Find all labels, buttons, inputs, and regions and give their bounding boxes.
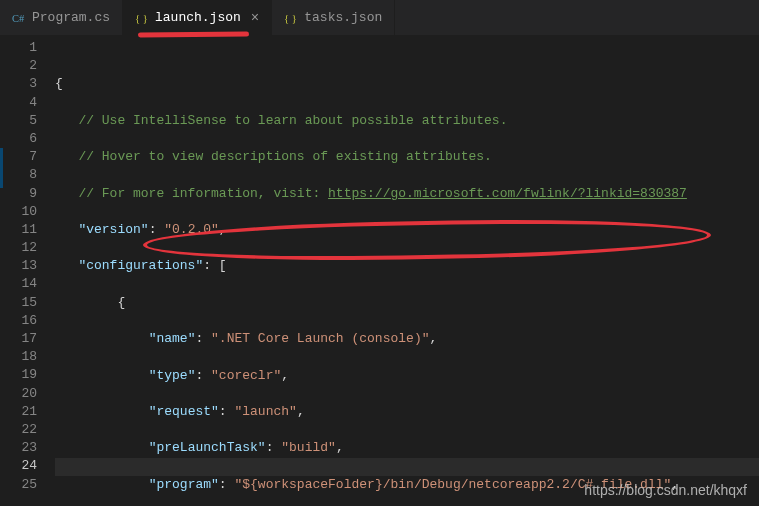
svg-text:{ }: { } (135, 12, 148, 23)
gutter-marker (0, 148, 3, 188)
csharp-icon: C# (12, 11, 26, 25)
json-icon: { } (135, 11, 149, 25)
tab-tasks-json[interactable]: { } tasks.json (272, 0, 395, 35)
json-icon: { } (284, 11, 298, 25)
editor[interactable]: 1234567891011121314151617181920212223242… (0, 35, 759, 506)
code-area[interactable]: { // Use IntelliSense to learn about pos… (55, 35, 759, 506)
tab-bar: C# Program.cs { } launch.json × { } task… (0, 0, 759, 35)
tab-label: tasks.json (304, 10, 382, 25)
tab-program-cs[interactable]: C# Program.cs (0, 0, 123, 35)
svg-text:{ }: { } (284, 12, 297, 23)
line-numbers: 1234567891011121314151617181920212223242… (0, 35, 55, 506)
close-icon[interactable]: × (247, 10, 259, 26)
tab-launch-json[interactable]: { } launch.json × (123, 0, 272, 35)
watermark: https://blog.csdn.net/khqxf (584, 482, 747, 498)
tab-label: Program.cs (32, 10, 110, 25)
svg-text:C#: C# (12, 12, 25, 23)
tab-label: launch.json (155, 10, 241, 25)
